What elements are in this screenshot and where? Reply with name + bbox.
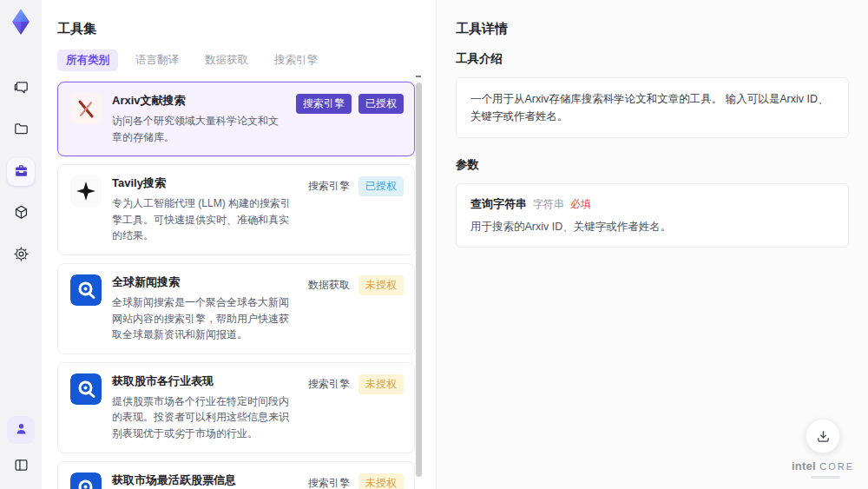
tool-name: 获取股市各行业表现	[112, 373, 298, 389]
tool-row[interactable]: Tavily搜索 专为人工智能代理 (LLM) 构建的搜索引擎工具。可快速提供实…	[57, 164, 415, 255]
sidebar-item-packages[interactable]	[7, 200, 35, 228]
auth-status-badge: 已授权	[358, 176, 404, 196]
rail-nav	[7, 75, 35, 269]
category-tab[interactable]: 搜索引擎	[266, 50, 326, 71]
category-badge: 搜索引擎	[306, 473, 352, 489]
tool-row[interactable]: 获取市场最活跃股票信息 提供当天交易量最高的股票列表，投资者可以利用这些信息来识…	[57, 461, 415, 489]
auth-status-badge: 未授权	[358, 473, 404, 489]
sidebar-item-toolbox[interactable]	[7, 158, 35, 186]
rail-bottom	[7, 416, 35, 480]
q-search-icon	[70, 472, 102, 489]
auth-status-badge: 未授权	[358, 374, 404, 394]
category-badge: 搜索引擎	[306, 374, 352, 394]
tool-detail-panel: 工具详情 工具介绍 一个用于从Arxiv存储库搜索科学论文和文章的工具。 输入可…	[436, 0, 868, 489]
category-badge: 数据获取	[306, 275, 352, 295]
tool-description: 全球新闻搜索是一个聚合全球各大新闻网站内容的搜索引擎，帮助用户快速获取全球最新资…	[112, 294, 298, 343]
auth-status-badge: 已授权	[358, 94, 404, 114]
tool-description: 专为人工智能代理 (LLM) 构建的搜索引擎工具。可快速提供实时、准确和真实的结…	[112, 195, 298, 244]
scrollbar-arrow[interactable]	[416, 76, 421, 77]
params-heading: 参数	[456, 157, 849, 173]
auth-status-badge: 未授权	[358, 275, 404, 295]
category-badge: 搜索引擎	[306, 176, 352, 196]
scrollbar[interactable]	[416, 83, 422, 477]
tool-row[interactable]: 获取股市各行业表现 提供股票市场各个行业在特定时间段内的表现。投资者可以利用这些…	[57, 362, 415, 453]
tool-list-panel: 工具集 所有类别语言翻译数据获取搜索引擎 Arxiv文献搜索 访问各个研究领域大…	[42, 0, 436, 489]
brand-underline	[811, 476, 840, 479]
sidebar-item-profile[interactable]	[7, 416, 35, 444]
category-tabs: 所有类别语言翻译数据获取搜索引擎	[57, 50, 415, 71]
detail-title: 工具详情	[456, 21, 849, 37]
download-icon	[816, 429, 831, 444]
tool-name: Tavily搜索	[112, 175, 298, 191]
tool-description: 访问各个研究领域大量科学论文和文章的存储库。	[112, 113, 287, 145]
scrollbar-thumb[interactable]	[416, 83, 422, 477]
tool-list: Arxiv文献搜索 访问各个研究领域大量科学论文和文章的存储库。 搜索引擎 已授…	[57, 82, 415, 489]
tool-name: 获取市场最活跃股票信息	[112, 472, 298, 488]
param-box: 查询字符串 字符串 必填 用于搜索的Arxiv ID、关键字或作者姓名。	[456, 183, 849, 248]
folder-icon	[13, 121, 30, 141]
corner-widgets: intel CORE	[792, 419, 854, 479]
category-tab[interactable]: 所有类别	[57, 50, 118, 71]
q-search-icon	[70, 274, 102, 306]
app-logo-icon	[6, 7, 36, 36]
toolbox-icon	[13, 162, 30, 182]
param-name: 查询字符串	[470, 196, 527, 212]
left-rail	[0, 0, 42, 489]
cube-icon	[13, 204, 30, 224]
brand-intel: intel	[792, 459, 816, 472]
param-header: 查询字符串 字符串 必填	[470, 196, 834, 212]
panel-icon	[13, 457, 30, 477]
tool-description: 提供股票市场各个行业在特定时间段内的表现。投资者可以利用这些信息来识别表现优于或…	[112, 393, 298, 442]
intro-heading: 工具介绍	[456, 51, 849, 67]
param-desc: 用于搜索的Arxiv ID、关键字或作者姓名。	[470, 220, 834, 235]
sparkle-icon	[70, 175, 102, 207]
param-required-badge: 必填	[570, 197, 591, 212]
arxiv-icon	[70, 93, 102, 124]
brand-core: CORE	[819, 461, 854, 472]
sidebar-item-chat[interactable]	[7, 75, 35, 102]
param-type: 字符串	[533, 197, 564, 212]
page-title: 工具集	[57, 21, 415, 37]
tool-name: 全球新闻搜索	[112, 274, 298, 290]
chat-icon	[13, 79, 30, 99]
sidebar-item-settings[interactable]	[7, 241, 35, 269]
category-badge: 搜索引擎	[296, 94, 352, 114]
intel-core-logo: intel CORE	[792, 459, 854, 479]
q-search-icon	[70, 373, 102, 405]
gear-icon	[13, 246, 30, 266]
sidebar-item-files[interactable]	[7, 116, 35, 144]
tool-row[interactable]: Arxiv文献搜索 访问各个研究领域大量科学论文和文章的存储库。 搜索引擎 已授…	[57, 82, 415, 156]
tool-name: Arxiv文献搜索	[112, 93, 287, 109]
intro-text: 一个用于从Arxiv存储库搜索科学论文和文章的工具。 输入可以是Arxiv ID…	[470, 90, 834, 125]
tool-row[interactable]: 全球新闻搜索 全球新闻搜索是一个聚合全球各大新闻网站内容的搜索引擎，帮助用户快速…	[57, 263, 415, 354]
category-tab[interactable]: 数据获取	[196, 50, 257, 71]
download-button[interactable]	[806, 419, 840, 453]
intro-box: 一个用于从Arxiv存储库搜索科学论文和文章的工具。 输入可以是Arxiv ID…	[456, 77, 849, 138]
sidebar-item-panel-toggle[interactable]	[7, 453, 35, 480]
category-tab[interactable]: 语言翻译	[127, 50, 187, 71]
person-icon	[13, 420, 30, 440]
